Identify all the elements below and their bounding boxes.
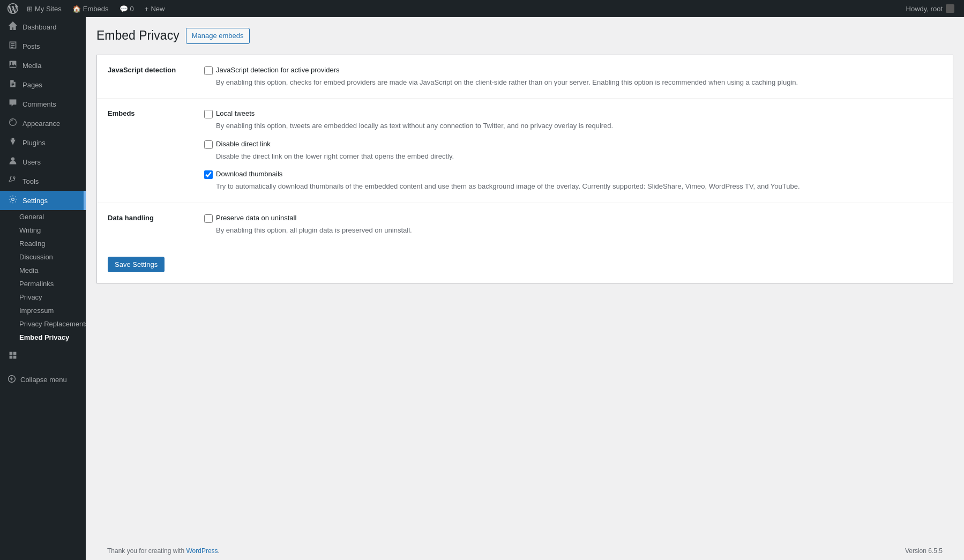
data-handling-heading: Data handling — [97, 203, 204, 246]
submenu-privacy-replacements[interactable]: Privacy Replacements — [0, 317, 86, 331]
sidebar-item-settings[interactable]: Settings — [0, 191, 86, 210]
sidebar-label-dashboard: Dashboard — [23, 23, 57, 31]
svg-point-4 — [12, 198, 14, 201]
sidebar-item-comments[interactable]: Comments — [0, 94, 86, 114]
manage-embeds-button[interactable]: Manage embeds — [186, 28, 250, 44]
js-detection-option: JavaScript detection for active provider… — [204, 66, 942, 88]
download-thumbnails-checkbox[interactable] — [204, 170, 213, 179]
disable-direct-link-label-text: Disable direct link — [216, 140, 271, 148]
comment-icon: 💬 — [119, 5, 128, 13]
sidebar-item-extra[interactable] — [0, 347, 86, 366]
js-detection-heading: JavaScript detection — [97, 55, 204, 99]
settings-submenu: General Writing Reading Discussion Media… — [0, 210, 86, 344]
sidebar-label-media: Media — [23, 62, 41, 70]
appearance-icon — [8, 118, 18, 129]
sidebar-item-media[interactable]: Media — [0, 56, 86, 75]
submenu-general[interactable]: General — [0, 210, 86, 223]
page-header: Embed Privacy Manage embeds — [96, 28, 953, 44]
avatar — [946, 4, 954, 13]
submenu-discussion[interactable]: Discussion — [0, 250, 86, 264]
disable-direct-link-label[interactable]: Disable direct link — [204, 140, 942, 149]
tools-icon — [8, 176, 18, 186]
home-icon: 🏠 — [72, 5, 81, 13]
submenu-reading[interactable]: Reading — [0, 237, 86, 250]
js-detection-row: JavaScript detection JavaScript detectio… — [97, 55, 953, 99]
comments-menu[interactable]: 💬 0 — [114, 0, 139, 17]
settings-icon — [8, 195, 18, 206]
download-thumbnails-option: Download thumbnails Try to automatically… — [204, 170, 942, 192]
preserve-data-label-text: Preserve data on uninstall — [216, 214, 296, 222]
howdy-menu[interactable]: Howdy, root — [901, 4, 960, 13]
sidebar-label-plugins: Plugins — [23, 139, 46, 147]
sidebar-item-posts[interactable]: Posts — [0, 36, 86, 56]
local-tweets-label[interactable]: Local tweets — [204, 109, 942, 118]
pages-icon — [8, 79, 18, 90]
submenu-media[interactable]: Media — [0, 264, 86, 277]
submenu-impressum[interactable]: Impressum — [0, 304, 86, 317]
local-tweets-checkbox[interactable] — [204, 110, 213, 118]
admin-bar: ⊞ My Sites 🏠 Embeds 💬 0 + New Howdy, roo… — [0, 0, 964, 17]
submenu-permalinks[interactable]: Permalinks — [0, 277, 86, 290]
submenu-writing[interactable]: Writing — [0, 223, 86, 237]
new-icon: + — [145, 5, 149, 13]
data-handling-row: Data handling Preserve data on uninstall… — [97, 203, 953, 246]
wp-footer: Thank you for creating with WordPress. V… — [96, 542, 953, 560]
new-menu[interactable]: + New — [139, 0, 170, 17]
download-thumbnails-label[interactable]: Download thumbnails — [204, 170, 942, 179]
settings-form: JavaScript detection JavaScript detectio… — [97, 55, 953, 247]
svg-point-3 — [11, 158, 14, 161]
js-detection-desc: By enabling this option, checks for embe… — [216, 77, 942, 88]
svg-rect-7 — [10, 356, 13, 359]
download-thumbnails-label-text: Download thumbnails — [216, 170, 282, 178]
sidebar-item-dashboard[interactable]: Dashboard — [0, 17, 86, 36]
my-sites-menu[interactable]: ⊞ My Sites — [21, 0, 67, 17]
svg-rect-8 — [13, 356, 17, 359]
my-sites-label: My Sites — [35, 5, 62, 13]
sidebar-item-tools[interactable]: Tools — [0, 171, 86, 191]
js-detection-label[interactable]: JavaScript detection for active provider… — [204, 66, 942, 75]
home-label: Embeds — [83, 5, 109, 13]
collapse-icon — [8, 375, 16, 385]
embeds-row: Embeds Local tweets By enabling this opt… — [97, 99, 953, 203]
page-title: Embed Privacy — [96, 28, 180, 44]
grid-icon — [8, 351, 18, 362]
disable-direct-link-desc: Disable the direct link on the lower rig… — [216, 151, 942, 162]
sidebar-label-comments: Comments — [23, 100, 56, 108]
save-row: Save Settings — [97, 246, 953, 283]
footer-wp-link[interactable]: WordPress — [186, 547, 218, 555]
preserve-data-checkbox[interactable] — [204, 214, 213, 223]
footer-text: Thank you for creating with WordPress. — [107, 547, 220, 555]
dashboard-icon — [8, 21, 18, 32]
comments-count: 0 — [130, 5, 134, 13]
preserve-data-label[interactable]: Preserve data on uninstall — [204, 214, 942, 223]
new-label: New — [151, 5, 165, 13]
sidebar-item-plugins[interactable]: Plugins — [0, 133, 86, 152]
save-settings-button[interactable]: Save Settings — [108, 257, 165, 272]
embeds-heading: Embeds — [97, 99, 204, 203]
disable-direct-link-option: Disable direct link Disable the direct l… — [204, 140, 942, 162]
footer-version: Version 6.5.5 — [905, 547, 943, 555]
sidebar-item-pages[interactable]: Pages — [0, 75, 86, 94]
comments-icon — [8, 99, 18, 109]
js-detection-label-text: JavaScript detection for active provider… — [216, 66, 340, 74]
my-sites-icon: ⊞ — [27, 5, 33, 13]
sidebar-label-settings: Settings — [23, 197, 48, 205]
sidebar-item-users[interactable]: Users — [0, 152, 86, 171]
plugins-icon — [8, 137, 18, 148]
submenu-embed-privacy[interactable]: Embed Privacy — [0, 331, 86, 344]
main-content: Embed Privacy Manage embeds JavaScript d… — [86, 17, 964, 560]
sidebar-label-users: Users — [23, 158, 41, 166]
preserve-data-desc: By enabling this option, all plugin data… — [216, 225, 942, 236]
local-tweets-desc: By enabling this option, tweets are embe… — [216, 121, 942, 131]
svg-point-1 — [11, 62, 12, 64]
sidebar-item-appearance[interactable]: Appearance — [0, 114, 86, 133]
collapse-menu-button[interactable]: Collapse menu — [0, 370, 86, 389]
disable-direct-link-checkbox[interactable] — [204, 140, 213, 149]
users-icon — [8, 156, 18, 167]
wp-logo-icon[interactable] — [4, 0, 21, 17]
svg-rect-5 — [10, 352, 13, 355]
home-menu[interactable]: 🏠 Embeds — [67, 0, 114, 17]
submenu-privacy[interactable]: Privacy — [0, 290, 86, 304]
js-detection-checkbox[interactable] — [204, 66, 213, 75]
local-tweets-label-text: Local tweets — [216, 109, 255, 117]
